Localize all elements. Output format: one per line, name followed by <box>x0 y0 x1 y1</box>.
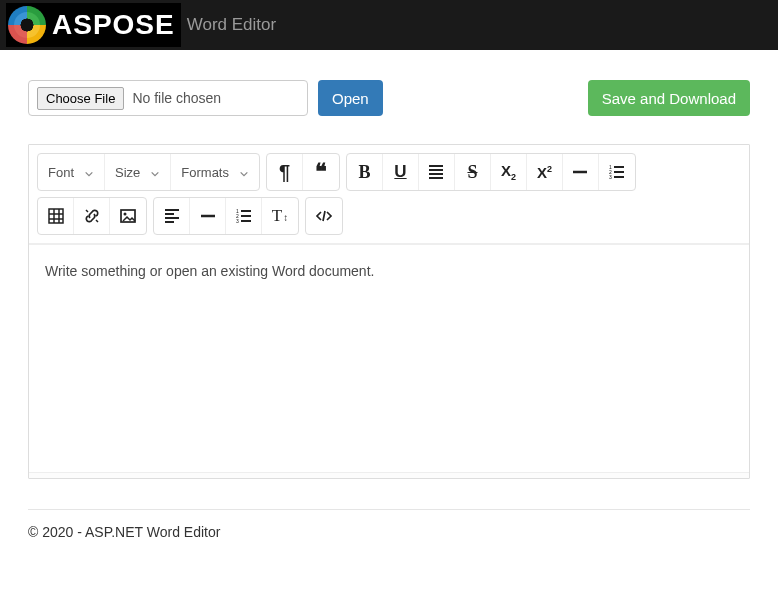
text-height-button[interactable]: T↕ <box>262 198 298 234</box>
svg-point-5 <box>124 213 127 216</box>
editor-toolbar: Font Size Formats <box>29 145 749 244</box>
choose-file-button[interactable]: Choose File <box>37 87 124 110</box>
hr2-button[interactable] <box>190 198 226 234</box>
svg-text:3: 3 <box>609 174 612 180</box>
bold-button[interactable]: B <box>347 154 383 190</box>
unlink-button[interactable] <box>74 198 110 234</box>
file-input[interactable]: Choose File No file chosen <box>28 80 308 116</box>
open-button[interactable]: Open <box>318 80 383 116</box>
size-label: Size <box>115 165 140 180</box>
formatting-group: B U S X2 X2 <box>346 153 636 191</box>
pilcrow-icon: ¶ <box>279 161 290 184</box>
minus-icon <box>571 163 589 181</box>
image-icon <box>119 207 137 225</box>
numbered-list-button[interactable]: 1 2 3 <box>599 154 635 190</box>
table-button[interactable] <box>38 198 74 234</box>
code-icon <box>315 207 333 225</box>
subscript-button[interactable]: X2 <box>491 154 527 190</box>
brand-name: ASPOSE <box>52 9 175 41</box>
unlink-icon <box>83 207 101 225</box>
svg-rect-3 <box>49 209 63 223</box>
layout-group: 1 2 3 T↕ <box>153 197 299 235</box>
align-left-button[interactable] <box>154 198 190 234</box>
logo-group: ASPOSE <box>6 3 181 47</box>
aspose-logo-icon <box>8 6 46 44</box>
app-subtitle: Word Editor <box>187 15 276 35</box>
editor-wrapper: Font Size Formats <box>28 144 750 479</box>
numbered-list-icon: 1 2 3 <box>608 163 626 181</box>
align-justify-button[interactable] <box>419 154 455 190</box>
size-dropdown[interactable]: Size <box>105 154 171 190</box>
underline-button[interactable]: U <box>383 154 419 190</box>
chevron-down-icon <box>150 167 160 177</box>
align-justify-icon <box>427 163 445 181</box>
editor-content-area[interactable]: Write something or open an existing Word… <box>29 244 749 472</box>
superscript-button[interactable]: X2 <box>527 154 563 190</box>
quote-icon: ❝ <box>315 167 327 177</box>
svg-text:3: 3 <box>236 218 239 224</box>
ordered-list-button[interactable]: 1 2 3 <box>226 198 262 234</box>
file-chosen-text: No file chosen <box>132 90 221 106</box>
hr-button[interactable] <box>563 154 599 190</box>
blockquote-button[interactable]: ❝ <box>303 154 339 190</box>
bold-icon: B <box>358 162 370 183</box>
table-icon <box>47 207 65 225</box>
pilcrow-button[interactable]: ¶ <box>267 154 303 190</box>
ordered-list-icon: 1 2 3 <box>235 207 253 225</box>
superscript-icon: X2 <box>537 164 552 181</box>
chevron-down-icon <box>239 167 249 177</box>
subscript-icon: X2 <box>501 162 516 182</box>
formats-label: Formats <box>181 165 229 180</box>
image-button[interactable] <box>110 198 146 234</box>
formats-dropdown[interactable]: Formats <box>171 154 259 190</box>
underline-icon: U <box>394 162 406 182</box>
save-download-button[interactable]: Save and Download <box>588 80 750 116</box>
minus-icon <box>199 207 217 225</box>
app-header: ASPOSE Word Editor <box>0 0 778 50</box>
file-controls-row: Choose File No file chosen Open Save and… <box>28 80 750 116</box>
chevron-down-icon <box>84 167 94 177</box>
text-height-icon: T↕ <box>272 206 288 226</box>
align-left-icon <box>163 207 181 225</box>
editor-statusbar <box>29 472 749 478</box>
footer-divider <box>28 509 750 510</box>
strikethrough-icon: S <box>467 162 477 183</box>
insert-group <box>37 197 147 235</box>
source-code-button[interactable] <box>306 198 342 234</box>
font-group: Font Size Formats <box>37 153 260 191</box>
font-dropdown[interactable]: Font <box>38 154 105 190</box>
code-group <box>305 197 343 235</box>
footer-text: © 2020 - ASP.NET Word Editor <box>0 524 778 560</box>
strikethrough-button[interactable]: S <box>455 154 491 190</box>
paragraph-group: ¶ ❝ <box>266 153 340 191</box>
font-label: Font <box>48 165 74 180</box>
